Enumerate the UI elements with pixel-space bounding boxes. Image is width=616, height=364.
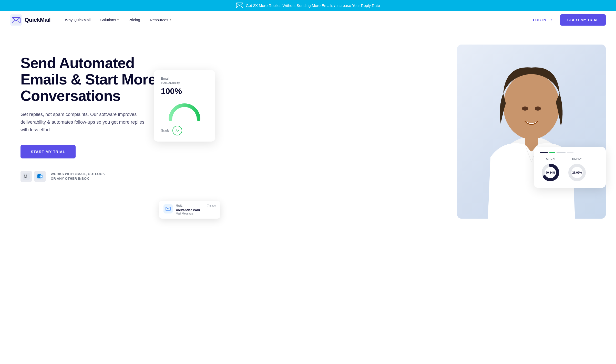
navbar: QuickMail Why QuickMail Solutions ▾ Pric… — [0, 11, 616, 29]
deliverability-label: Email Deliverability — [161, 76, 208, 85]
logo-link[interactable]: QuickMail — [10, 14, 50, 26]
open-donut: 90.24% — [540, 162, 561, 183]
mail-notification-icon — [163, 204, 173, 213]
reply-metric: REPLY 25.02% — [567, 157, 587, 183]
hero-title: Send Automated Emails & Start More Conve… — [20, 55, 169, 104]
gmail-icon: M — [20, 171, 32, 182]
open-metric: OPEN 90.24% — [540, 157, 561, 183]
person-silhouette — [478, 60, 585, 219]
compatibility-section: M O WORKS WITH GMAIL, OUTLOOK OR ANY OTH… — [20, 171, 169, 182]
svg-text:O: O — [38, 175, 39, 178]
logo-icon — [10, 14, 22, 26]
hero-section: Send Automated Emails & Start More Conve… — [0, 29, 616, 234]
hero-subtitle: Get replies, not spam complaints. Our so… — [20, 111, 149, 134]
svg-line-1 — [236, 6, 238, 8]
grade-label: Grade — [161, 129, 169, 132]
hero-cta-button[interactable]: START MY TRIAL — [20, 145, 76, 158]
deliverability-value: 100% — [161, 87, 208, 96]
mail-sender: Alexander Park. — [176, 208, 216, 212]
svg-point-17 — [503, 73, 560, 139]
resources-dropdown-arrow: ▾ — [170, 18, 171, 21]
nav-trial-button[interactable]: START MY TRIAL — [560, 14, 606, 26]
banner-text: Get 2X More Replies Without Sending More… — [246, 3, 380, 8]
svg-text:M: M — [24, 174, 27, 179]
mail-notification-card: MAIL 7m ago Alexander Park. Mail Message — [159, 201, 220, 219]
hero-right: Email Deliverability 100% — [169, 45, 606, 224]
svg-line-2 — [241, 6, 243, 8]
reply-value: 25.02% — [572, 171, 582, 174]
svg-point-20 — [535, 106, 541, 111]
compatibility-text: WORKS WITH GMAIL, OUTLOOK OR ANY OTHER I… — [51, 172, 105, 181]
banner-mail-icon — [236, 3, 243, 8]
svg-rect-15 — [40, 176, 42, 177]
logo-text: QuickMail — [25, 17, 50, 23]
nav-resources[interactable]: Resources ▾ — [146, 16, 175, 24]
nav-solutions[interactable]: Solutions ▾ — [96, 16, 123, 24]
mail-header: MAIL 7m ago — [176, 204, 216, 207]
svg-point-19 — [522, 106, 528, 111]
mail-time: 7m ago — [207, 204, 216, 207]
svg-rect-14 — [40, 176, 42, 176]
gauge-container — [167, 100, 202, 121]
nav-pricing[interactable]: Pricing — [124, 16, 144, 24]
top-banner: Get 2X More Replies Without Sending More… — [0, 0, 616, 11]
nav-links: Why QuickMail Solutions ▾ Pricing Resour… — [61, 16, 530, 24]
analytics-bars — [540, 152, 600, 153]
mail-content: MAIL 7m ago Alexander Park. Mail Message — [176, 204, 216, 215]
mail-message: Mail Message — [176, 212, 216, 215]
reply-donut: 25.02% — [567, 162, 587, 183]
solutions-dropdown-arrow: ▾ — [117, 18, 119, 21]
hero-photo — [457, 45, 606, 219]
mail-type: MAIL — [176, 204, 182, 207]
analytics-metrics: OPEN 90.24% REPLY — [540, 157, 600, 183]
nav-actions: LOG IN → START MY TRIAL — [530, 14, 606, 26]
outlook-icon: O — [34, 171, 46, 182]
login-arrow-icon: → — [548, 17, 553, 23]
grade-badge: A+ — [172, 126, 182, 135]
open-label: OPEN — [546, 157, 555, 160]
hero-left: Send Automated Emails & Start More Conve… — [20, 45, 169, 182]
login-button[interactable]: LOG IN → — [530, 15, 556, 25]
deliverability-card: Email Deliverability 100% — [154, 70, 215, 142]
open-value: 90.24% — [546, 171, 555, 174]
reply-label: REPLY — [572, 157, 582, 160]
analytics-card: OPEN 90.24% REPLY — [534, 147, 606, 188]
nav-why-quickmail[interactable]: Why QuickMail — [61, 16, 95, 24]
compat-icons: M O — [20, 171, 46, 182]
